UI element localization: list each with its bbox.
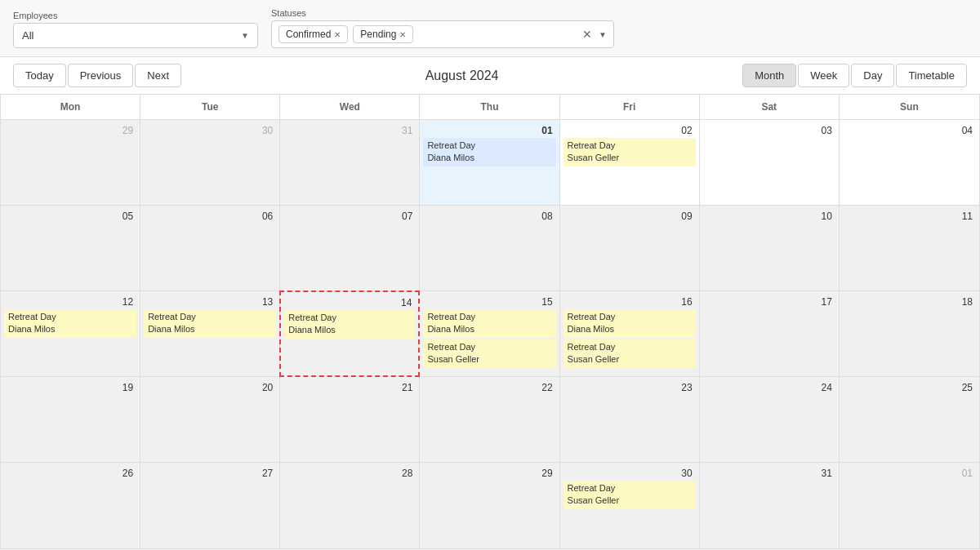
header-mon: Mon xyxy=(1,95,140,120)
day-number: 28 xyxy=(283,466,416,481)
day-13[interactable]: 13 Retreat Day Diana Milos xyxy=(140,291,280,377)
day-24[interactable]: 24 xyxy=(700,377,840,463)
day-number: 25 xyxy=(843,380,976,395)
view-buttons: Month Week Day Timetable xyxy=(742,64,967,87)
event-title: Retreat Day xyxy=(568,482,692,495)
day-14[interactable]: 14 Retreat Day Diana Milos xyxy=(279,291,420,377)
day-10[interactable]: 10 xyxy=(700,206,840,291)
calendar: Mon Tue Wed Thu Fri Sat Sun 29 30 31 01 … xyxy=(0,95,980,549)
event-person: Diana Milos xyxy=(148,323,272,335)
day-number: 31 xyxy=(283,123,416,138)
confirmed-tag[interactable]: Confirmed ✕ xyxy=(278,25,348,43)
month-view-button[interactable]: Month xyxy=(742,64,796,87)
event-retreat-diana-14[interactable]: Retreat Day Diana Milos xyxy=(284,310,415,339)
event-title: Retreat Day xyxy=(568,311,692,323)
day-01-aug[interactable]: 01 Retreat Day Diana Milos xyxy=(420,120,559,206)
top-bar: Employees All ▼ Statuses Confirmed ✕ Pen… xyxy=(0,0,980,57)
statuses-select: Confirmed ✕ Pending ✕ ✕ ▼ xyxy=(271,20,614,48)
day-31[interactable]: 31 xyxy=(700,463,840,548)
day-05[interactable]: 05 xyxy=(1,206,140,291)
next-button[interactable]: Next xyxy=(135,64,181,87)
confirmed-remove-icon[interactable]: ✕ xyxy=(334,30,341,39)
statuses-clear-btn[interactable]: ✕ xyxy=(579,28,595,41)
week-4: 19 20 21 22 23 24 25 xyxy=(1,377,979,463)
day-11[interactable]: 11 xyxy=(840,206,979,291)
day-28[interactable]: 28 xyxy=(280,463,420,548)
timetable-view-button[interactable]: Timetable xyxy=(896,64,967,87)
day-08[interactable]: 08 xyxy=(420,206,559,291)
day-30-jul[interactable]: 30 xyxy=(140,120,280,206)
event-retreat-diana-16[interactable]: Retreat Day Diana Milos xyxy=(564,309,696,338)
previous-button[interactable]: Previous xyxy=(68,64,134,87)
day-06[interactable]: 06 xyxy=(140,206,280,291)
event-retreat-diana-01[interactable]: Retreat Day Diana Milos xyxy=(423,138,555,166)
event-title: Retreat Day xyxy=(568,140,692,152)
event-retreat-diana-13[interactable]: Retreat Day Diana Milos xyxy=(144,309,276,338)
day-number: 16 xyxy=(564,295,696,309)
event-person: Diana Milos xyxy=(427,152,551,164)
day-12[interactable]: 12 Retreat Day Diana Milos xyxy=(1,291,140,377)
day-18[interactable]: 18 xyxy=(840,291,979,377)
day-view-button[interactable]: Day xyxy=(851,64,894,87)
day-01-sep[interactable]: 01 xyxy=(840,463,979,548)
event-retreat-susan-16[interactable]: Retreat Day Susan Geller xyxy=(564,339,696,368)
day-number: 29 xyxy=(4,123,136,138)
day-number: 24 xyxy=(703,380,835,395)
statuses-chevron-icon[interactable]: ▼ xyxy=(599,30,607,39)
day-number: 11 xyxy=(843,209,976,224)
day-number: 10 xyxy=(703,209,835,224)
day-26[interactable]: 26 xyxy=(1,463,140,548)
employees-chevron-icon: ▼ xyxy=(241,31,249,40)
event-retreat-diana-15[interactable]: Retreat Day Diana Milos xyxy=(423,309,555,338)
day-23[interactable]: 23 xyxy=(560,377,700,463)
day-07[interactable]: 07 xyxy=(280,206,420,291)
day-09[interactable]: 09 xyxy=(560,206,700,291)
day-17[interactable]: 17 xyxy=(700,291,840,377)
day-number: 01 xyxy=(843,466,976,481)
event-title: Retreat Day xyxy=(427,341,551,353)
pending-label: Pending xyxy=(360,29,396,40)
day-16[interactable]: 16 Retreat Day Diana Milos Retreat Day S… xyxy=(560,291,700,377)
employees-select[interactable]: All ▼ xyxy=(13,23,258,48)
day-15[interactable]: 15 Retreat Day Diana Milos Retreat Day S… xyxy=(420,291,559,377)
day-03-aug[interactable]: 03 xyxy=(700,120,840,206)
day-19[interactable]: 19 xyxy=(1,377,140,463)
event-person: Diana Milos xyxy=(427,323,551,335)
day-number: 15 xyxy=(423,295,555,309)
day-27[interactable]: 27 xyxy=(140,463,280,548)
day-31-jul[interactable]: 31 xyxy=(280,120,420,206)
calendar-header: Mon Tue Wed Thu Fri Sat Sun xyxy=(1,95,979,120)
event-retreat-susan-30[interactable]: Retreat Day Susan Geller xyxy=(564,481,696,509)
toolbar: Today Previous Next August 2024 Month We… xyxy=(0,57,980,95)
event-retreat-susan-02[interactable]: Retreat Day Susan Geller xyxy=(564,138,696,166)
day-number: 31 xyxy=(703,466,835,481)
day-number: 12 xyxy=(4,295,136,309)
day-04-aug[interactable]: 04 xyxy=(840,120,979,206)
employees-filter: Employees All ▼ xyxy=(13,11,258,48)
pending-tag[interactable]: Pending ✕ xyxy=(353,25,413,43)
event-title: Retreat Day xyxy=(148,311,272,323)
day-number: 26 xyxy=(4,466,136,481)
day-number: 14 xyxy=(284,295,415,310)
day-30[interactable]: 30 Retreat Day Susan Geller xyxy=(560,463,700,548)
day-number: 20 xyxy=(144,380,276,395)
header-wed: Wed xyxy=(280,95,420,120)
header-tue: Tue xyxy=(140,95,280,120)
day-21[interactable]: 21 xyxy=(280,377,420,463)
day-29[interactable]: 29 xyxy=(420,463,559,548)
day-25[interactable]: 25 xyxy=(840,377,979,463)
event-retreat-susan-15[interactable]: Retreat Day Susan Geller xyxy=(423,339,555,368)
day-22[interactable]: 22 xyxy=(420,377,559,463)
day-20[interactable]: 20 xyxy=(140,377,280,463)
month-title: August 2024 xyxy=(181,69,742,83)
event-person: Susan Geller xyxy=(568,353,692,366)
header-fri: Fri xyxy=(560,95,700,120)
pending-remove-icon[interactable]: ✕ xyxy=(399,30,406,39)
today-button[interactable]: Today xyxy=(13,64,66,87)
day-29-jul[interactable]: 29 xyxy=(1,120,140,206)
statuses-filter: Statuses Confirmed ✕ Pending ✕ ✕ ▼ xyxy=(271,8,614,48)
day-02-aug[interactable]: 02 Retreat Day Susan Geller xyxy=(560,120,700,206)
week-view-button[interactable]: Week xyxy=(798,64,849,87)
day-number: 04 xyxy=(843,123,976,138)
event-retreat-diana-12[interactable]: Retreat Day Diana Milos xyxy=(4,309,136,338)
